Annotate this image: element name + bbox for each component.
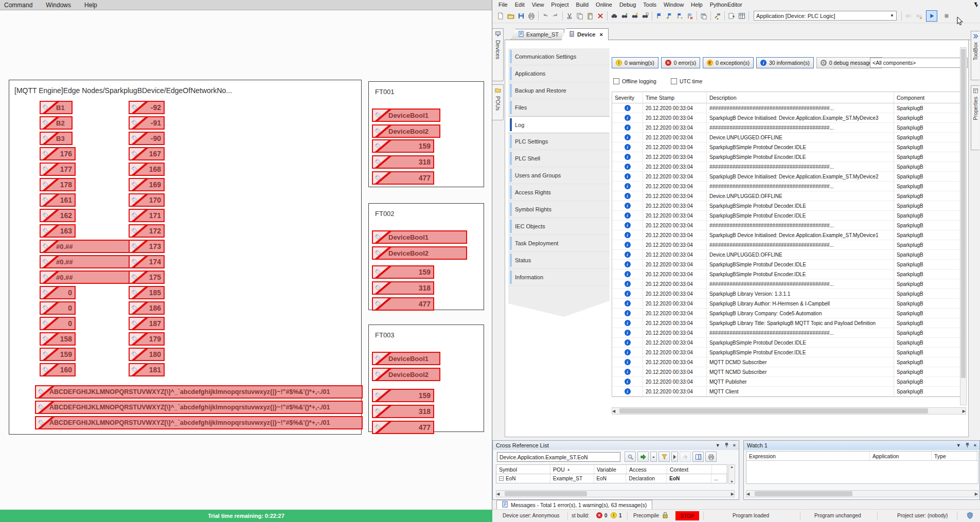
tag-box[interactable]: -92 — [129, 101, 165, 114]
sidebar-item-files[interactable]: Files — [508, 99, 610, 116]
log-row[interactable]: i20.12.2020 00:33:04SparkplugB Device In… — [612, 172, 966, 182]
tag-box[interactable]: 318 — [372, 405, 434, 418]
filter-dropdown-button[interactable] — [650, 452, 657, 462]
sidebar-item-backup-and-restore[interactable]: Backup and Restore — [508, 82, 610, 99]
bookmark-next-icon[interactable] — [674, 11, 685, 21]
tag-box[interactable]: 177 — [40, 163, 76, 176]
tag-box[interactable]: -91 — [129, 116, 165, 130]
tag-box[interactable]: 477 — [372, 421, 434, 434]
scroll-right-icon[interactable]: ▶ — [975, 492, 978, 496]
sidebar-item-iec-objects[interactable]: IEC Objects — [508, 218, 610, 235]
search-in-project-icon[interactable] — [640, 11, 650, 21]
tag-box[interactable]: ABCDEFGHIJKLMNOPQRSTUVWXYZ[\]^_`abcdefgh… — [35, 385, 363, 399]
log-row[interactable]: i20.12.2020 00:33:04MQTT DCMD Subscriber… — [612, 357, 966, 367]
find-icon[interactable] — [609, 11, 619, 21]
log-row[interactable]: i20.12.2020 00:33:04Device.UNPLUGGED.OFF… — [612, 191, 966, 201]
column-header-component[interactable]: Component — [894, 92, 966, 103]
tag-box[interactable]: 186 — [129, 301, 165, 315]
tag-box[interactable]: 162 — [40, 209, 76, 222]
menu-item-pythoneditor[interactable]: PythonEditor — [710, 2, 742, 8]
scroll-right-icon[interactable]: ▶ — [963, 409, 966, 413]
scroll-thumb[interactable] — [961, 49, 966, 378]
bookmark-toggle-icon[interactable] — [654, 11, 664, 21]
log-row[interactable]: i20.12.2020 00:33:04SparkplugBSimple Pro… — [612, 260, 966, 269]
column-header-pou[interactable]: POU▲ — [550, 465, 594, 474]
log-row[interactable]: i20.12.2020 00:33:04SparkplugBSimple Pro… — [612, 338, 966, 348]
log-row[interactable]: i20.12.2020 00:33:04####################… — [612, 279, 966, 289]
column-header-symbol[interactable]: Symbol — [496, 465, 550, 474]
tag-box[interactable]: DeviceBool1 — [372, 109, 440, 122]
sidebar-item-applications[interactable]: Applications — [508, 65, 610, 82]
tag-box[interactable]: 185 — [129, 286, 165, 299]
menu-item-build[interactable]: Build — [576, 2, 589, 8]
scroll-left-icon[interactable]: ◀ — [612, 409, 615, 413]
undo-icon[interactable] — [540, 11, 550, 21]
scroll-thumb[interactable] — [505, 491, 587, 496]
search-button[interactable] — [625, 452, 636, 462]
column-header-time-stamp[interactable]: Time Stamp — [643, 92, 707, 103]
tag-box[interactable]: #0.## — [40, 271, 130, 284]
log-row[interactable]: i20.12.2020 00:33:04SparkplugB Device In… — [612, 230, 966, 240]
menu-item-windows[interactable]: Windows — [46, 2, 71, 9]
log-row[interactable]: i20.12.2020 00:33:04####################… — [612, 328, 966, 338]
menu-item-help[interactable]: Help — [691, 2, 703, 8]
column-header-application[interactable]: Application — [870, 452, 932, 460]
component-filter-combobox[interactable]: <All components> ▼ — [870, 58, 968, 68]
save-icon[interactable] — [516, 11, 526, 21]
log-vscrollbar[interactable] — [960, 47, 967, 405]
tab-example_st[interactable]: Example_ST — [511, 29, 564, 40]
crossref-hscrollbar[interactable]: ◀ ▶ — [496, 490, 735, 497]
tag-box[interactable]: 181 — [129, 363, 165, 376]
filter-warning-button[interactable]: !0 warning(s) — [612, 57, 658, 68]
scroll-left-icon[interactable]: ◀ — [746, 492, 750, 496]
scroll-thumb[interactable] — [755, 491, 852, 496]
library-manager-icon[interactable] — [737, 11, 747, 21]
tag-box[interactable]: DeviceBool2 — [372, 368, 440, 381]
cross-reference-row[interactable]: −EoNExample_STEoNDeclarationEoN... — [496, 474, 727, 483]
tag-box[interactable]: 178 — [40, 178, 76, 191]
panel-menu-caret-icon[interactable]: ▼ — [956, 443, 961, 448]
filter-exception-button[interactable]: E0 exception(s) — [703, 57, 754, 68]
sidebar-item-users-and-groups[interactable]: Users and Groups — [508, 167, 610, 184]
utc-time-checkbox[interactable]: UTC time — [671, 78, 702, 84]
tag-box[interactable]: #0.## — [40, 255, 130, 268]
expand-button[interactable] — [671, 452, 678, 462]
tag-box[interactable]: 318 — [372, 281, 434, 295]
sidebar-item-information[interactable]: Information — [508, 269, 610, 286]
menu-item-file[interactable]: File — [498, 2, 508, 8]
tag-box[interactable]: 175 — [129, 271, 165, 284]
tag-box[interactable]: 171 — [129, 209, 165, 222]
sidebar-item-plc-shell[interactable]: PLC Shell — [508, 150, 610, 167]
redo-icon[interactable] — [550, 11, 561, 21]
incremental-search-icon[interactable] — [619, 11, 630, 21]
menu-item-view[interactable]: View — [532, 2, 544, 8]
column-header-variable[interactable]: Variable — [594, 465, 627, 474]
tag-box[interactable]: 172 — [129, 224, 165, 238]
sidebar-item-plc-settings[interactable]: PLC Settings — [508, 133, 610, 150]
bookmarks-clear-icon[interactable] — [685, 11, 695, 21]
copy-window-icon[interactable] — [699, 11, 709, 21]
watch-hscrollbar[interactable]: ◀ ▶ — [746, 490, 978, 497]
tag-box[interactable]: -90 — [129, 132, 165, 145]
sidebar-item-status[interactable]: Status — [508, 252, 610, 269]
column-header-severity[interactable]: Severity — [612, 92, 643, 103]
tag-box[interactable]: 0 — [40, 286, 76, 299]
new-file-icon[interactable] — [495, 11, 506, 21]
menu-item-online[interactable]: Online — [596, 2, 612, 8]
filter-error-button[interactable]: ×0 error(s) — [661, 57, 700, 68]
paste-icon[interactable] — [585, 11, 595, 21]
log-row[interactable]: i20.12.2020 00:33:04Device.UNPLUGGED.OFF… — [612, 250, 966, 260]
stop-button[interactable] — [941, 11, 952, 21]
column-header-expression[interactable]: Expression — [746, 452, 870, 460]
tag-box[interactable]: 179 — [129, 332, 165, 346]
copy-icon[interactable] — [575, 11, 585, 21]
log-row[interactable]: i20.12.2020 00:33:04Device.UNPLUGGED.OFF… — [612, 133, 966, 142]
log-row[interactable]: i20.12.2020 00:33:04SparkplugB Library V… — [612, 289, 966, 299]
tag-box[interactable]: 160 — [40, 363, 76, 376]
tag-box[interactable]: DeviceBool2 — [372, 124, 440, 138]
tag-box[interactable]: 477 — [372, 297, 434, 311]
tag-box[interactable]: 168 — [129, 163, 165, 176]
tag-box[interactable]: 173 — [129, 240, 165, 253]
sidebar-item-access-rights[interactable]: Access Rights — [508, 184, 610, 201]
dock-tab-properties[interactable]: Properties — [971, 85, 979, 150]
